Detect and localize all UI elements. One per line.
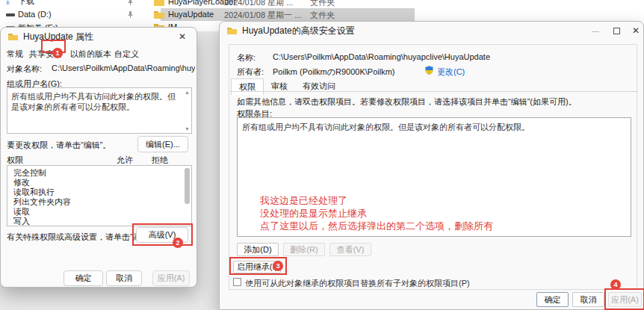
cancel-button[interactable]: 取消 — [106, 270, 142, 286]
add-button[interactable]: 添加(D) — [237, 243, 279, 256]
permissions-info-text: 如需其他信息，请双击权限项目。若要修改权限项目，请选择该项目并单击“编辑”(如果… — [237, 96, 633, 108]
close-icon[interactable]: ✕ — [179, 31, 186, 42]
tab-divider — [229, 91, 638, 92]
edit-button[interactable]: 编辑(E)... — [137, 136, 188, 152]
entries-empty-text: 所有组或用户均不具有访问此对象的权限。但是该对象的所有者可以分配权限。 — [238, 118, 631, 133]
annotation-step-4: 4 — [610, 279, 621, 290]
perm-col-header: 权限 — [7, 155, 23, 166]
file-row-date: 2024/01/08 星期 ... — [224, 0, 306, 8]
properties-titlebar: HuyaUpdate 属性 — [1, 28, 196, 46]
object-name-label: 对象名称: — [7, 63, 42, 75]
permission-entries-list[interactable]: 所有组或用户均不具有访问此对象的权限。但是该对象的所有者可以分配权限。 我这边是… — [237, 117, 631, 237]
sidebar-item-downloads[interactable]: 下载 — [18, 0, 108, 7]
annotation-note-line: 点了这里以后，然后选择弹出的第二个选项，删除所有 — [260, 220, 493, 232]
folder-icon — [154, 0, 164, 6]
maximize-icon[interactable] — [613, 28, 620, 34]
object-name-value: C:\Users\Poilkm\AppData\Roaming\huyapcli… — [52, 63, 195, 72]
permission-item[interactable]: 修改 — [7, 178, 191, 187]
tab-general[interactable]: 常规 — [7, 49, 23, 60]
allow-col-header: 允许 — [117, 155, 133, 166]
permission-item[interactable]: 读取和执行 — [7, 187, 191, 197]
replace-permissions-label: 使用可从此对象继承的权限项目替换所有子对象的权限项目(P) — [245, 278, 619, 289]
permission-item[interactable]: 完全控制 — [7, 166, 191, 178]
change-owner-link[interactable]: 更改(C) — [437, 66, 465, 78]
drive-icon — [6, 13, 15, 17]
dialog-title: HuyaUpdate的高级安全设置 — [242, 25, 355, 37]
annotation-step-1: 1 — [52, 48, 63, 58]
ok-button[interactable]: 确定 — [64, 270, 103, 286]
tab-previous-versions[interactable]: 以前的版本 — [70, 49, 111, 60]
minimize-icon[interactable] — [592, 31, 599, 32]
annotation-box-advanced — [132, 223, 193, 246]
downloads-icon: ⤓ — [6, 0, 10, 6]
uac-shield-icon — [425, 66, 433, 75]
edit-hint: 要更改权限，请单击“编辑”。 — [7, 140, 111, 151]
view-button[interactable]: 查看(V) — [329, 243, 371, 256]
deny-col-header: 拒绝 — [152, 155, 168, 166]
file-row-type: 文件夹 — [310, 10, 355, 21]
group-user-text: 所有组或用户均不具有访问此对象的权限。但是该对象的所有者可以分配权限。 — [7, 88, 191, 112]
advanced-titlebar: HuyaUpdate的高级安全设置 — [220, 22, 643, 40]
name-value: C:\Users\Poilkm\AppData\Roaming\huyapcli… — [273, 52, 624, 61]
folder-icon — [8, 33, 18, 40]
annotation-note-line: 没处理的是显示禁止继承 — [260, 207, 493, 220]
name-label: 名称: — [237, 52, 256, 63]
annotation-box-apply — [604, 288, 644, 310]
annotation-step-2: 2 — [173, 238, 183, 248]
owner-value: Poilkm (PoilkmのR9000K\Poilkm) — [273, 66, 445, 78]
tab-permissions[interactable]: 权限 — [231, 78, 264, 95]
annotation-note-line: 我这边是已经处理了 — [260, 194, 493, 207]
ok-button[interactable]: 确定 — [536, 292, 569, 307]
annotation-step-3: 3 — [273, 261, 283, 271]
apply-button[interactable]: 应用(A) — [152, 270, 190, 286]
group-user-listbox[interactable]: 所有组或用户均不具有访问此对象的权限。但是该对象的所有者可以分配权限。 ▲ ▼ — [7, 87, 192, 134]
remove-button[interactable]: 删除(R) — [283, 243, 325, 256]
file-row-date: 2024/01/08 星期一 ... — [224, 10, 306, 21]
scroll-up-icon[interactable]: ▲ — [185, 90, 190, 95]
annotation-note: 我这边是已经处理了 没处理的是显示禁止继承 点了这里以后，然后选择弹出的第二个选… — [260, 194, 493, 232]
cancel-button[interactable]: 取消 — [572, 292, 604, 307]
permissions-listbox[interactable]: 完全控制 修改 读取和执行 列出文件夹内容 读取 写入 — [7, 165, 192, 226]
tab-customize[interactable]: 自定义 — [114, 49, 139, 60]
properties-dialog: HuyaUpdate 属性 ✕ 常规 共享 安全 以前的版本 自定义 1 对象名… — [0, 27, 197, 288]
permission-item[interactable]: 读取 — [7, 207, 191, 217]
folder-icon — [227, 27, 237, 34]
pin-icon — [127, 0, 134, 5]
scrollbar-thumb[interactable] — [185, 168, 190, 204]
advanced-security-dialog: HuyaUpdate的高级安全设置 ✕ 名称: C:\Users\Poilkm\… — [219, 21, 644, 310]
replace-permissions-checkbox[interactable] — [233, 278, 241, 286]
close-icon[interactable]: ✕ — [632, 25, 640, 36]
folder-icon — [154, 10, 164, 19]
pin-icon — [127, 11, 134, 18]
file-row-type: 文件夹 — [310, 0, 355, 8]
permission-item[interactable]: 列出文件夹内容 — [7, 197, 191, 207]
sidebar-item-data-drive[interactable]: Data (D:) — [18, 10, 108, 19]
owner-label: 所有者: — [237, 66, 264, 78]
advanced-content-group: 名称: C:\Users\Poilkm\AppData\Roaming\huya… — [229, 44, 637, 290]
scroll-down-icon[interactable]: ▼ — [185, 126, 190, 131]
